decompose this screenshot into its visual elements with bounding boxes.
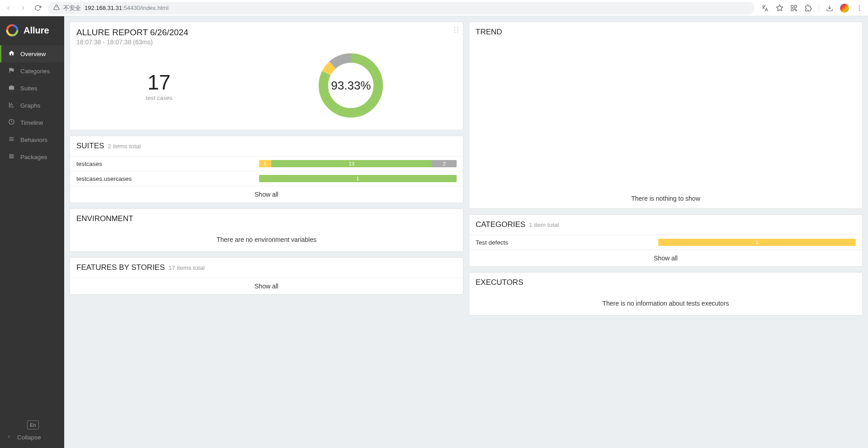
svg-point-22 [457,32,458,33]
sidebar-item-timeline[interactable]: Timeline [0,114,64,131]
svg-marker-2 [776,5,783,10]
menu-icon[interactable] [855,4,863,12]
svg-point-20 [457,29,458,31]
qr-icon[interactable] [790,4,798,12]
svg-rect-5 [791,9,793,11]
svg-point-21 [454,32,456,33]
brand-name: Allure [24,25,49,36]
allure-logo-icon [5,24,19,37]
trend-widget: TREND There is nothing to show [469,22,863,209]
chevron-left-icon [6,434,12,441]
bar-segment-passed: 13 [271,160,432,167]
sidebar-item-packages[interactable]: Packages [0,148,64,165]
profile-avatar[interactable] [840,4,849,13]
insecure-label: 不安全 [63,4,81,12]
reload-button[interactable] [33,4,42,12]
suites-show-all[interactable]: Show all [70,186,463,203]
executors-widget: EXECUTORS There is no information about … [469,272,863,316]
barchart-icon [8,101,15,109]
suites-title: SUITES [76,141,104,151]
sidebar-item-label: Timeline [20,119,43,126]
drag-handle-icon[interactable] [454,27,458,35]
pass-rate-donut[interactable]: 93.33% [315,49,387,122]
categories-subtitle: 1 item total [529,222,559,228]
clock-icon [8,118,15,127]
svg-point-10 [859,7,860,8]
home-icon [8,50,15,58]
environment-empty: There are no environment variables [70,229,463,251]
sidebar-item-overview[interactable]: Overview [0,45,64,62]
category-row[interactable]: Test defects 1 [469,235,862,250]
categories-title: CATEGORIES [476,220,525,229]
category-bar: 1 [658,239,856,246]
trend-title: TREND [476,28,502,37]
bar-segment-broken: 1 [259,160,271,167]
trend-empty: There is nothing to show [469,191,862,208]
svg-rect-7 [796,10,797,11]
collapse-label: Collapse [17,434,41,441]
sidebar-item-categories[interactable]: Categories [0,62,64,80]
svg-point-17 [454,27,456,28]
environment-widget: ENVIRONMENT There are no environment var… [70,208,463,252]
test-count: 17 test cases [146,70,173,101]
features-show-all[interactable]: Show all [70,278,463,294]
features-subtitle: 17 items total [169,264,205,271]
sidebar-item-behaviors[interactable]: Behaviors [0,131,64,148]
language-button[interactable]: En [27,420,39,429]
svg-point-18 [457,27,458,28]
suite-bar: 1 [259,175,457,182]
sidebar-item-label: Behaviors [20,137,47,143]
svg-rect-6 [794,9,795,9]
url-text: 192.168.31.31:54430/index.html [85,5,169,11]
collapse-button[interactable]: Collapse [6,434,58,441]
suite-row[interactable]: testcases 1 13 2 [70,156,463,171]
test-count-label: test cases [146,94,173,101]
svg-point-19 [454,29,456,31]
test-count-number: 17 [146,70,173,94]
star-icon[interactable] [775,4,783,12]
executors-title: EXECUTORS [476,278,524,287]
bar-segment-passed: 1 [259,175,457,182]
sidebar-item-label: Graphs [20,102,40,109]
insecure-icon [53,4,60,12]
chrome-actions [761,4,863,13]
categories-widget: CATEGORIES 1 item total Test defects 1 S… [469,214,863,267]
forward-button[interactable] [19,4,27,12]
suites-widget: SUITES 2 items total testcases 1 13 2 te… [70,136,463,203]
categories-show-all[interactable]: Show all [469,250,862,266]
address-bar[interactable]: 不安全 192.168.31.31:54430/index.html [48,2,755,14]
sidebar-item-label: Categories [20,68,50,75]
browser-chrome: 不安全 192.168.31.31:54430/index.html [0,0,868,16]
back-button[interactable] [5,4,13,12]
suite-name: testcases [76,160,259,167]
svg-point-9 [859,5,860,6]
svg-rect-3 [791,5,793,8]
flag-icon [8,67,15,75]
sidebar: Allure Overview Categories Suites Graphs… [0,16,64,448]
brand[interactable]: Allure [0,16,64,45]
sidebar-item-graphs[interactable]: Graphs [0,97,64,114]
extensions-icon[interactable] [804,4,812,12]
environment-title: ENVIRONMENT [76,214,133,223]
report-title: ALLURE REPORT 6/26/2024 [76,28,457,38]
sidebar-item-label: Packages [20,154,47,160]
category-name: Test defects [476,239,658,246]
layers-icon [8,153,15,161]
svg-rect-4 [794,5,797,8]
sidebar-item-suites[interactable]: Suites [0,80,64,97]
svg-point-11 [859,9,860,10]
briefcase-icon [8,84,15,92]
executors-empty: There is no information about tests exec… [469,292,862,315]
sidebar-item-label: Overview [20,51,46,57]
list-icon [8,136,15,144]
download-icon[interactable] [826,4,834,12]
summary-widget: ALLURE REPORT 6/26/2024 18:07:38 - 18:07… [70,22,463,130]
suites-subtitle: 2 items total [108,143,141,150]
right-column: TREND There is nothing to show CATEGORIE… [469,22,863,443]
suite-row[interactable]: testcases.usercases 1 [70,171,463,186]
translate-icon[interactable] [761,4,769,12]
left-column: ALLURE REPORT 6/26/2024 18:07:38 - 18:07… [70,22,463,443]
report-datetime: 18:07:38 - 18:07:38 (63ms) [76,38,457,46]
sidebar-nav: Overview Categories Suites Graphs Timeli… [0,45,64,416]
features-title: FEATURES BY STORIES [76,263,165,272]
